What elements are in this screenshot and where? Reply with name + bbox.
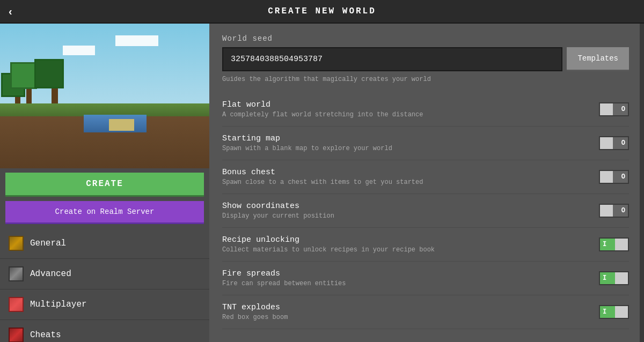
preview-ground xyxy=(0,103,209,169)
sidebar-item-multiplayer[interactable]: Multiplayer xyxy=(0,289,209,320)
toggle-info-3: Show coordinatesDisplay your current pos… xyxy=(222,202,599,220)
toggle-info-5: Fire spreadsFire can spread between enti… xyxy=(222,269,599,287)
realm-button[interactable]: Create on Realm Server xyxy=(5,201,204,224)
cheats-icon xyxy=(9,328,24,342)
create-button[interactable]: CREATE xyxy=(5,173,204,197)
toggle-desc-2: Spawn close to a chest with items to get… xyxy=(222,179,588,186)
toggle-letter-3: O xyxy=(621,207,625,214)
toggle-desc-4: Collect materials to unlock recipes in y… xyxy=(222,246,588,254)
toggle-row-1: Starting mapSpawn with a blank map to ex… xyxy=(222,127,629,160)
toggle-knob-2 xyxy=(600,171,613,183)
page-title: CREATE NEW WORLD xyxy=(268,6,376,16)
preview-sand xyxy=(109,119,134,131)
sidebar-item-label-multiplayer: Multiplayer xyxy=(30,300,87,309)
toggle-row-6: TNT explodesRed box goes boomI xyxy=(222,295,629,329)
world-seed-label: World seed xyxy=(222,34,629,43)
toggle-row-4: Recipe unlockingCollect materials to unl… xyxy=(222,228,629,262)
toggle-knob-3 xyxy=(600,205,613,217)
toggle-desc-6: Red box goes boom xyxy=(222,314,588,321)
toggle-switch-4[interactable]: I xyxy=(599,237,629,251)
toggle-switch-2[interactable]: O xyxy=(599,170,629,184)
toggle-desc-3: Display your current position xyxy=(222,212,588,220)
advanced-icon xyxy=(9,266,24,281)
toggle-desc-1: Spawn with a blank map to explore your w… xyxy=(222,145,588,152)
toggle-name-4: Recipe unlocking xyxy=(222,235,588,244)
toggle-name-1: Starting map xyxy=(222,134,588,143)
toggle-row-2: Bonus chestSpawn close to a chest with i… xyxy=(222,160,629,194)
toggle-name-6: TNT explodes xyxy=(222,303,588,312)
header: ‹ CREATE NEW WORLD xyxy=(0,0,644,24)
toggle-switch-5[interactable]: I xyxy=(599,271,629,285)
back-button[interactable]: ‹ xyxy=(9,5,12,18)
toggle-switch-1[interactable]: O xyxy=(599,136,629,150)
toggle-row-5: Fire spreadsFire can spread between enti… xyxy=(222,262,629,295)
toggle-name-5: Fire spreads xyxy=(222,269,588,278)
toggle-switch-0[interactable]: O xyxy=(599,102,629,116)
sidebar-item-general[interactable]: General xyxy=(0,228,209,259)
preview-scene xyxy=(0,24,209,168)
toggle-desc-0: A completely flat world stretching into … xyxy=(222,111,588,118)
toggle-desc-5: Fire can spread between entities xyxy=(222,280,588,287)
toggle-knob-4 xyxy=(615,239,628,250)
sidebar-item-cheats[interactable]: Cheats xyxy=(0,320,209,342)
general-icon xyxy=(9,236,24,251)
toggle-info-4: Recipe unlockingCollect materials to unl… xyxy=(222,235,599,254)
toggle-knob-5 xyxy=(615,272,628,284)
sidebar-item-advanced[interactable]: Advanced xyxy=(0,259,209,289)
toggle-switch-3[interactable]: O xyxy=(599,204,629,218)
cloud-2 xyxy=(115,35,158,46)
toggle-letter-1: O xyxy=(621,139,625,147)
nav-items: General Advanced Multiplayer Cheats Reso… xyxy=(0,228,209,342)
world-seed-input[interactable] xyxy=(222,47,562,71)
settings-container: Flat worldA completely flat world stretc… xyxy=(222,93,629,329)
tree-2 xyxy=(46,64,64,105)
toggle-letter-2: O xyxy=(621,173,625,181)
seed-row: Templates xyxy=(222,47,629,71)
toggle-switch-6[interactable]: I xyxy=(599,305,629,319)
toggle-knob-6 xyxy=(615,306,628,318)
multiplayer-icon xyxy=(9,297,24,312)
toggle-row-3: Show coordinatesDisplay your current pos… xyxy=(222,194,629,228)
toggle-letter-6: I xyxy=(603,308,606,316)
toggle-name-0: Flat world xyxy=(222,100,588,109)
right-scrollbar xyxy=(640,24,644,342)
toggle-letter-4: I xyxy=(603,241,606,248)
sidebar: CREATE Create on Realm Server General Ad… xyxy=(0,24,209,342)
seed-hint: Guides the algorithm that magically crea… xyxy=(222,76,629,83)
cloud-1 xyxy=(63,46,95,55)
toggle-info-2: Bonus chestSpawn close to a chest with i… xyxy=(222,168,599,186)
toggle-row-0: Flat worldA completely flat world stretc… xyxy=(222,93,629,127)
toggle-info-1: Starting mapSpawn with a blank map to ex… xyxy=(222,134,599,152)
toggle-knob-1 xyxy=(600,137,613,149)
world-preview xyxy=(0,24,209,168)
toggle-info-6: TNT explodesRed box goes boom xyxy=(222,303,599,321)
toggle-info-0: Flat worldA completely flat world stretc… xyxy=(222,100,599,118)
toggle-letter-0: O xyxy=(621,106,625,113)
toggle-name-2: Bonus chest xyxy=(222,168,588,177)
sidebar-item-label-advanced: Advanced xyxy=(30,269,71,279)
toggle-letter-5: I xyxy=(603,274,606,282)
toggle-knob-0 xyxy=(600,103,613,115)
content-area: World seed Templates Guides the algorith… xyxy=(209,24,640,342)
templates-button[interactable]: Templates xyxy=(567,47,629,71)
main-layout: CREATE Create on Realm Server General Ad… xyxy=(0,24,644,342)
sidebar-item-label-general: General xyxy=(30,239,66,248)
toggle-name-3: Show coordinates xyxy=(222,202,588,211)
sidebar-item-label-cheats: Cheats xyxy=(30,330,61,340)
